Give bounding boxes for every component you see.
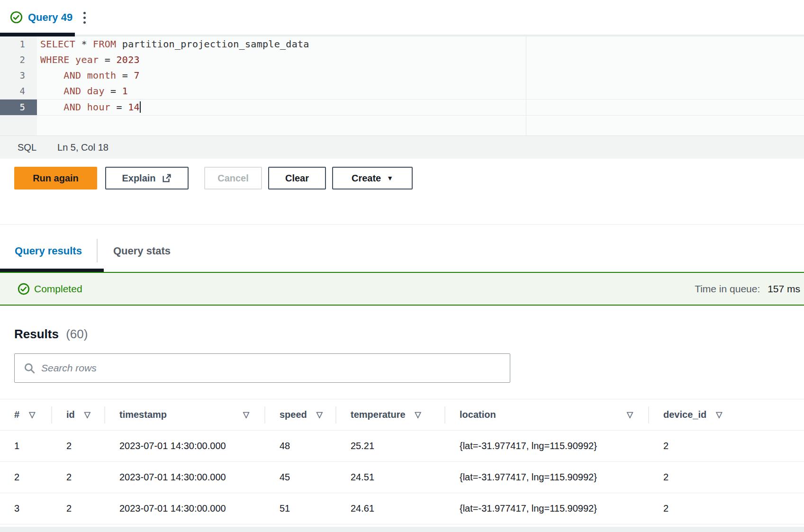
line-number: 4 (0, 83, 37, 99)
code-line[interactable]: 4 AND day = 1 (0, 83, 804, 99)
external-link-icon (162, 173, 172, 183)
table-cell: 2 (52, 462, 105, 493)
action-toolbar: Run again Explain Cancel Clear Create ▼ (14, 167, 413, 189)
column-header-num: #▽ (0, 399, 52, 430)
create-button[interactable]: Create ▼ (332, 167, 413, 189)
explain-button[interactable]: Explain (105, 167, 189, 189)
column-label: id (66, 409, 75, 420)
column-header-location: location▽ (445, 399, 649, 430)
check-circle-icon (18, 283, 30, 295)
horizontal-scrollbar-track[interactable] (0, 527, 804, 532)
table-bottom-border (0, 524, 804, 524)
code-text: AND hour = 14 (37, 99, 141, 115)
column-header-temperature: temperature▽ (336, 399, 445, 430)
sort-caret-icon[interactable]: ▽ (627, 410, 633, 420)
tab-query-stats[interactable]: Query stats (98, 233, 171, 269)
column-label: # (14, 409, 19, 420)
table-cell: 51 (265, 493, 336, 524)
table-cell: 2 (649, 493, 804, 524)
code-line[interactable]: 3 AND month = 7 (0, 68, 804, 83)
line-number: 3 (0, 68, 37, 83)
tab-query-49[interactable]: Query 49 (0, 0, 75, 35)
column-header-timestamp: timestamp▽ (105, 399, 265, 430)
sort-caret-icon[interactable]: ▽ (316, 410, 323, 420)
table-cell: {lat=-31.977417, lng=115.90992} (445, 493, 649, 524)
athena-query-editor: Query 49 1SELECT * FROM partition_projec… (0, 0, 804, 532)
line-number: 2 (0, 52, 37, 68)
sql-editor[interactable]: 1SELECT * FROM partition_projection_samp… (0, 36, 804, 135)
column-label: location (460, 409, 496, 420)
query-status-banner: Completed Time in queue: 157 ms (0, 272, 804, 306)
table-row[interactable]: 222023-07-01 14:30:00.0004524.51{lat=-31… (0, 461, 804, 493)
cursor-position-label: Ln 5, Col 18 (57, 142, 108, 153)
tab-query-results[interactable]: Query results (0, 233, 97, 269)
search-input[interactable] (41, 362, 510, 374)
table-cell: 2 (649, 431, 804, 461)
table-cell: 2023-07-01 14:30:00.000 (105, 431, 265, 461)
column-header-id: id▽ (52, 399, 105, 430)
query-tab-label: Query 49 (28, 11, 72, 24)
queue-time-label: Time in queue: (695, 283, 760, 294)
code-text: WHERE year = 2023 (37, 52, 140, 68)
column-label: temperature (351, 409, 406, 420)
table-cell: 24.51 (336, 462, 445, 493)
query-tab-bar: Query 49 (0, 0, 804, 36)
table-cell: 2023-07-01 14:30:00.000 (105, 462, 265, 493)
code-line[interactable]: 2WHERE year = 2023 (0, 52, 804, 68)
run-again-button[interactable]: Run again (14, 167, 97, 189)
sort-caret-icon[interactable]: ▽ (243, 410, 249, 420)
table-cell: {lat=-31.977417, lng=115.90992} (445, 431, 649, 461)
table-header-row: #▽id▽timestamp▽speed▽temperature▽locatio… (0, 399, 804, 430)
results-title: Results (14, 327, 59, 341)
table-cell: 2 (52, 431, 105, 461)
code-line[interactable]: 5 AND hour = 14 (0, 99, 804, 116)
line-number: 5 (0, 99, 37, 115)
active-tab-underline (0, 33, 75, 36)
results-heading: Results (60) (14, 327, 88, 342)
results-count: (60) (66, 327, 88, 341)
sort-caret-icon[interactable]: ▽ (716, 410, 722, 420)
queue-time-value: 157 ms (768, 283, 800, 294)
table-cell: 2 (52, 493, 105, 524)
column-label: speed (280, 409, 307, 420)
results-table: #▽id▽timestamp▽speed▽temperature▽locatio… (0, 399, 804, 524)
code-text: AND day = 1 (37, 83, 128, 99)
column-header-device_id: device_id▽ (649, 399, 804, 430)
table-cell: 2 (0, 462, 52, 493)
table-cell: 1 (0, 431, 52, 461)
table-cell: 48 (265, 431, 336, 461)
sort-caret-icon[interactable]: ▽ (415, 410, 421, 420)
queue-time: Time in queue: 157 ms (695, 283, 800, 295)
cancel-button[interactable]: Cancel (204, 167, 262, 189)
table-row[interactable]: 322023-07-01 14:30:00.0005124.61{lat=-31… (0, 493, 804, 524)
search-icon (15, 362, 36, 374)
language-label: SQL (18, 142, 36, 153)
kebab-menu-icon[interactable] (77, 9, 91, 27)
table-cell: {lat=-31.977417, lng=115.90992} (445, 462, 649, 493)
table-cell: 45 (265, 462, 336, 493)
check-circle-icon (10, 11, 23, 24)
column-header-speed: speed▽ (265, 399, 336, 430)
sort-caret-icon[interactable]: ▽ (29, 410, 35, 420)
search-box (14, 353, 510, 383)
line-number: 1 (0, 36, 37, 52)
text-cursor (140, 101, 141, 113)
column-label: timestamp (119, 409, 167, 420)
table-cell: 2 (649, 462, 804, 493)
status-badge: Completed (18, 283, 82, 295)
sort-caret-icon[interactable]: ▽ (84, 410, 90, 420)
table-cell: 24.61 (336, 493, 445, 524)
table-cell: 2023-07-01 14:30:00.000 (105, 493, 265, 524)
results-tab-strip: Query results Query stats (0, 224, 804, 272)
table-cell: 3 (0, 493, 52, 524)
table-cell: 25.21 (336, 431, 445, 461)
clear-button[interactable]: Clear (268, 167, 326, 189)
caret-down-icon: ▼ (387, 174, 393, 182)
column-label: device_id (663, 409, 706, 420)
editor-status-bar: SQL Ln 5, Col 18 (0, 135, 804, 159)
code-text: AND month = 7 (37, 68, 140, 83)
code-text: SELECT * FROM partition_projection_sampl… (37, 36, 309, 52)
status-text: Completed (34, 283, 82, 295)
table-row[interactable]: 122023-07-01 14:30:00.0004825.21{lat=-31… (0, 430, 804, 461)
code-line[interactable]: 1SELECT * FROM partition_projection_samp… (0, 36, 804, 52)
